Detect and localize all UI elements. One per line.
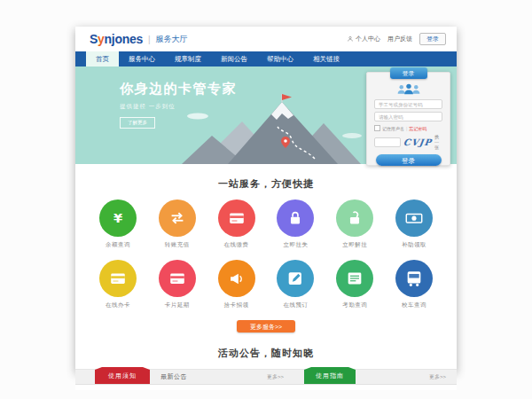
login-body: 记住用户名 | 忘记密码 CVJP 换一张 登录 bbox=[367, 73, 450, 166]
remember-label: 记住用户名 bbox=[382, 126, 404, 131]
nav-item-news[interactable]: 新闻公告 bbox=[211, 51, 257, 66]
megaphone-icon bbox=[218, 260, 255, 297]
nav-item-service-center[interactable]: 服务中心 bbox=[119, 51, 165, 66]
svg-text:¥: ¥ bbox=[113, 210, 123, 225]
service-unfreeze-card[interactable]: 立即解挂 bbox=[330, 200, 379, 249]
service-label: 在线办卡 bbox=[93, 301, 143, 309]
service-attendance-query[interactable]: 考勤查询 bbox=[330, 260, 379, 309]
nav-item-links[interactable]: 相关链接 bbox=[303, 51, 349, 66]
service-label: 考勤查询 bbox=[330, 301, 379, 309]
service-label: 立即解挂 bbox=[330, 241, 379, 249]
content-cutoff-area bbox=[75, 385, 457, 390]
logo-divider: | bbox=[148, 35, 151, 44]
service-online-card-apply[interactable]: 在线办卡 bbox=[93, 260, 143, 309]
left-more-link[interactable]: 更多>> bbox=[267, 370, 284, 384]
service-online-booking[interactable]: 在线预订 bbox=[270, 260, 320, 309]
service-balance-inquiry[interactable]: ¥余额查询 bbox=[93, 200, 143, 249]
username-input[interactable] bbox=[374, 99, 442, 109]
remember-checkbox[interactable] bbox=[374, 125, 380, 131]
services-row-2: 在线办卡卡片延期拾卡招领在线预订考勤查询校车查询 bbox=[75, 260, 457, 309]
captcha-row: CVJP 换一张 bbox=[374, 134, 442, 150]
header-right: 个人中心 用户反馈 登录 bbox=[347, 33, 446, 45]
change-captcha-link[interactable]: 换一张 bbox=[434, 134, 442, 150]
service-label: 校车查询 bbox=[389, 301, 439, 309]
more-services-button[interactable]: 更多服务>> bbox=[237, 320, 295, 332]
nav-item-help-center[interactable]: 帮助中心 bbox=[257, 51, 303, 66]
password-input[interactable] bbox=[374, 112, 442, 121]
captcha-image[interactable]: CVJP bbox=[403, 137, 433, 147]
login-tab[interactable]: 登录 bbox=[390, 67, 427, 79]
site-name: 服务大厅 bbox=[155, 34, 187, 45]
hero-banner: 你身边的卡管专家 提供捷径 一步到位 了解更多 bbox=[75, 66, 457, 164]
service-online-payment[interactable]: 在线缴费 bbox=[212, 200, 262, 249]
right-more-link[interactable]: 更多>> bbox=[429, 370, 446, 384]
service-label: 拾卡招领 bbox=[212, 301, 262, 309]
service-label: 立即挂失 bbox=[270, 241, 320, 249]
service-label: 在线预订 bbox=[270, 301, 320, 309]
captcha-input[interactable] bbox=[374, 137, 401, 147]
service-card-claim[interactable]: 拾卡招领 bbox=[212, 260, 262, 309]
person-icon bbox=[347, 35, 354, 43]
main-nav: 首页服务中心规章制度新闻公告帮助中心相关链接 bbox=[75, 51, 457, 66]
tab-usage-notice[interactable]: 使用须知 bbox=[95, 367, 150, 384]
transfer-icon bbox=[159, 200, 196, 237]
services-row-1: ¥余额查询转账充值在线缴费立即挂失立即解挂补助领取 bbox=[75, 200, 457, 249]
bank-card-icon bbox=[218, 200, 255, 237]
login-submit-button[interactable]: 登录 bbox=[376, 154, 442, 166]
header-login-button[interactable]: 登录 bbox=[419, 33, 446, 45]
service-label: 转账充值 bbox=[153, 241, 202, 249]
login-panel: 登录 记住用户名 | 忘记密码 bbox=[366, 72, 450, 166]
nav-item-rules[interactable]: 规章制度 bbox=[165, 51, 211, 66]
lock-icon bbox=[277, 200, 314, 237]
service-label: 余额查询 bbox=[93, 241, 143, 249]
announcements-heading: 活动公告，随时知晓 bbox=[75, 347, 457, 360]
service-label: 卡片延期 bbox=[153, 301, 202, 309]
tab-user-guide[interactable]: 使用指南 bbox=[304, 367, 356, 384]
remember-row: 记住用户名 | 忘记密码 bbox=[374, 125, 442, 131]
header: Synjones | 服务大厅 个人中心 用户反馈 登录 bbox=[75, 27, 457, 51]
banknote-icon bbox=[395, 200, 433, 237]
hero-title: 你身边的卡管专家 bbox=[120, 81, 237, 98]
attendance-icon bbox=[336, 260, 373, 297]
bus-icon bbox=[395, 260, 433, 297]
service-school-bus-query[interactable]: 校车查询 bbox=[389, 260, 439, 309]
announcements-tab-bar: 使用须知 最新公告 更多>> 使用指南 更多>> bbox=[75, 369, 457, 385]
service-card-extension[interactable]: 卡片延期 bbox=[153, 260, 202, 309]
tab-latest-announcements[interactable]: 最新公告 bbox=[160, 370, 187, 384]
logo[interactable]: Synjones | 服务大厅 bbox=[90, 32, 187, 46]
service-subsidy-collect[interactable]: 补助领取 bbox=[389, 200, 439, 249]
unlock-icon bbox=[336, 200, 373, 237]
users-group-icon bbox=[374, 82, 442, 96]
edit-icon bbox=[277, 260, 314, 297]
service-label: 补助领取 bbox=[389, 241, 439, 249]
hero-text: 你身边的卡管专家 提供捷径 一步到位 了解更多 bbox=[120, 81, 237, 129]
user-feedback-link[interactable]: 用户反馈 bbox=[387, 35, 412, 43]
service-hall-page: Synjones | 服务大厅 个人中心 用户反馈 登录 首页服务中心规章制度新… bbox=[75, 27, 457, 372]
services-heading: 一站服务，方便快捷 bbox=[75, 164, 457, 191]
logo-text: Synjones bbox=[90, 32, 143, 46]
hero-more-button[interactable]: 了解更多 bbox=[120, 117, 155, 129]
bank-card-icon bbox=[99, 260, 137, 297]
service-label: 在线缴费 bbox=[212, 241, 262, 249]
remember-divider: | bbox=[406, 126, 407, 131]
yen-icon: ¥ bbox=[99, 200, 137, 237]
hero-subtitle: 提供捷径 一步到位 bbox=[120, 103, 237, 111]
bank-card-icon bbox=[159, 260, 196, 297]
forgot-password-link[interactable]: 忘记密码 bbox=[409, 126, 426, 131]
personal-center-link[interactable]: 个人中心 bbox=[347, 35, 380, 43]
service-report-loss[interactable]: 立即挂失 bbox=[270, 200, 320, 249]
nav-item-home[interactable]: 首页 bbox=[86, 51, 119, 66]
service-transfer-recharge[interactable]: 转账充值 bbox=[153, 200, 202, 249]
